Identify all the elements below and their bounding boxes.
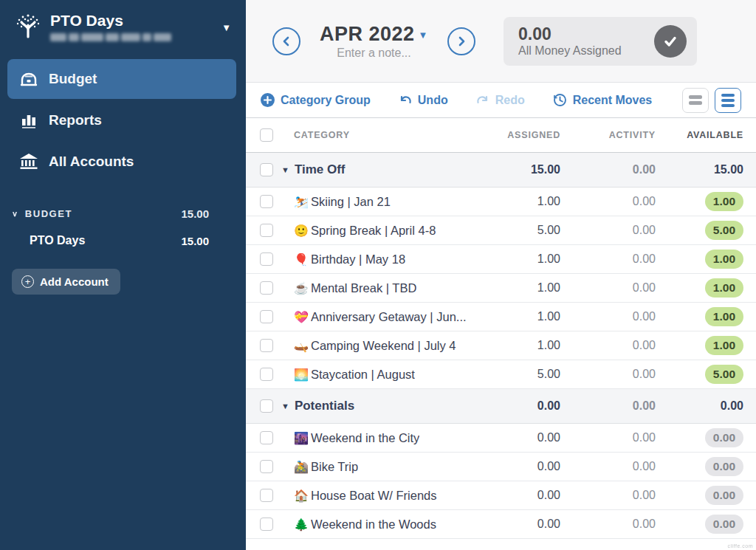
redo-label: Redo [495, 94, 525, 107]
category-emoji: 🏠 [294, 489, 309, 503]
category-row[interactable]: 🎈 Birthday | May 18 1.00 0.00 1.00 [246, 245, 756, 274]
account-name: PTO Days [30, 234, 85, 247]
row-assigned[interactable]: 0.00 [472, 518, 560, 531]
chevron-right-icon [456, 36, 467, 47]
category-group-row[interactable]: ▼ Time Off 15.00 0.00 15.00 [246, 153, 756, 188]
expanded-view-button[interactable] [715, 88, 741, 113]
available-pill[interactable]: 5.00 [705, 221, 743, 240]
chevron-down-icon[interactable]: ▼ [221, 22, 231, 33]
row-checkbox[interactable] [260, 281, 273, 295]
available-pill[interactable]: 0.00 [705, 486, 743, 505]
month-label: APR 2022 [320, 23, 415, 45]
month-note-input[interactable]: Enter a note... [320, 47, 428, 60]
row-checkbox[interactable] [260, 518, 273, 531]
category-name-label: Skiing | Jan 21 [311, 195, 391, 209]
account-item-pto-days[interactable]: PTO Days 15.00 [0, 224, 246, 257]
category-row[interactable]: 🛶 Camping Weekend | July 4 1.00 0.00 1.0… [246, 331, 756, 360]
add-category-group-button[interactable]: Category Group [261, 93, 371, 107]
category-row[interactable]: 🌆 Weekend in the City 0.00 0.00 0.00 [246, 424, 756, 453]
column-available[interactable]: AVAILABLE [656, 130, 743, 140]
budget-accounts-section: ∨ BUDGET 15.00 PTO Days 15.00 + Add Acco… [0, 202, 246, 295]
row-checkbox[interactable] [260, 252, 273, 266]
recent-moves-label: Recent Moves [573, 94, 653, 107]
row-checkbox[interactable] [260, 310, 273, 323]
money-assigned-summary[interactable]: 0.00 All Money Assigned [504, 17, 697, 66]
group-checkbox[interactable] [260, 163, 273, 176]
available-pill[interactable]: 1.00 [705, 336, 743, 355]
table-header: CATEGORY ASSIGNED ACTIVITY AVAILABLE [246, 118, 756, 153]
row-activity: 0.00 [560, 252, 656, 266]
recent-moves-button[interactable]: Recent Moves [553, 93, 653, 107]
category-row[interactable]: 🚵 Bike Trip 0.00 0.00 0.00 [246, 453, 756, 481]
category-row[interactable]: 🌅 Staycation | August 5.00 0.00 5.00 [246, 360, 756, 389]
row-assigned[interactable]: 5.00 [472, 368, 560, 381]
available-pill[interactable]: 1.00 [705, 192, 743, 211]
row-checkbox[interactable] [260, 224, 273, 237]
row-assigned[interactable]: 0.00 [472, 489, 560, 502]
category-row[interactable]: 🏠 House Boat W/ Friends 0.00 0.00 0.00 [246, 481, 756, 510]
budget-section-total: 15.00 [181, 207, 209, 220]
row-activity: 0.00 [560, 195, 656, 208]
row-checkbox[interactable] [260, 489, 273, 502]
available-pill[interactable]: 1.00 [705, 278, 743, 298]
collapse-triangle-icon[interactable]: ▼ [281, 402, 289, 410]
budget-section-label: BUDGET [25, 208, 73, 219]
category-group-row[interactable]: ▼ Potentials 0.00 0.00 0.00 [246, 389, 756, 424]
redo-button[interactable]: Redo [476, 94, 525, 107]
next-month-button[interactable] [447, 27, 475, 55]
available-pill[interactable]: 1.00 [705, 307, 743, 326]
row-checkbox[interactable] [260, 195, 273, 208]
select-all-checkbox[interactable] [260, 128, 273, 142]
available-pill[interactable]: 0.00 [705, 428, 743, 447]
available-pill[interactable]: 1.00 [705, 250, 743, 269]
sidebar-item-reports[interactable]: Reports [7, 100, 236, 140]
row-assigned[interactable]: 1.00 [472, 281, 560, 295]
row-assigned[interactable]: 0.00 [472, 431, 560, 444]
row-activity: 0.00 [560, 310, 656, 323]
budget-icon [19, 69, 38, 89]
row-assigned[interactable]: 1.00 [472, 310, 560, 323]
previous-month-button[interactable] [272, 27, 300, 55]
column-assigned[interactable]: ASSIGNED [472, 130, 560, 140]
category-row[interactable]: 🌲 Weekend in the Woods 0.00 0.00 0.00 [246, 510, 756, 539]
month-selector[interactable]: APR 2022▼ Enter a note... [320, 23, 428, 60]
sidebar-item-budget[interactable]: Budget [7, 59, 236, 99]
group-checkbox[interactable] [260, 399, 273, 413]
budget-toolbar: Category Group Undo Redo Recent Moves [246, 83, 756, 118]
category-row[interactable]: 🙂 Spring Break | April 4-8 5.00 0.00 5.0… [246, 216, 756, 245]
row-checkbox[interactable] [260, 431, 273, 444]
available-pill[interactable]: 5.00 [705, 365, 743, 384]
category-row[interactable]: ☕ Mental Break | TBD 1.00 0.00 1.00 [246, 274, 756, 303]
available-pill[interactable]: 0.00 [705, 515, 743, 534]
row-assigned[interactable]: 1.00 [472, 195, 560, 208]
row-assigned[interactable]: 1.00 [472, 252, 560, 266]
budget-section-header[interactable]: ∨ BUDGET 15.00 [0, 202, 246, 224]
add-account-button[interactable]: + Add Account [12, 269, 120, 295]
group-name: Potentials [295, 399, 354, 413]
undo-icon [399, 94, 412, 107]
undo-button[interactable]: Undo [399, 94, 448, 107]
group-assigned[interactable]: 15.00 [472, 163, 560, 176]
row-assigned[interactable]: 5.00 [472, 224, 560, 237]
category-emoji: 💝 [294, 310, 309, 324]
collapsed-view-button[interactable] [682, 88, 709, 113]
chevron-left-icon [281, 36, 292, 47]
row-checkbox[interactable] [260, 460, 273, 473]
budget-switcher[interactable]: PTO Days ▼ [0, 0, 246, 52]
row-assigned[interactable]: 0.00 [472, 460, 560, 473]
category-row[interactable]: ⛷️ Skiing | Jan 21 1.00 0.00 1.00 [246, 188, 756, 216]
row-assigned[interactable]: 1.00 [472, 339, 560, 352]
available-pill[interactable]: 0.00 [705, 457, 743, 476]
group-assigned[interactable]: 0.00 [472, 399, 560, 413]
column-category[interactable]: CATEGORY [280, 130, 472, 140]
category-row[interactable]: 💝 Anniversary Getaway | Jun... 1.00 0.00… [246, 303, 756, 331]
group-available: 15.00 [656, 163, 743, 176]
row-activity: 0.00 [560, 224, 656, 237]
row-checkbox[interactable] [260, 339, 273, 352]
collapse-triangle-icon[interactable]: ▼ [281, 165, 289, 174]
sidebar-item-all-accounts[interactable]: All Accounts [7, 142, 236, 182]
group-activity: 0.00 [560, 399, 656, 413]
column-activity[interactable]: ACTIVITY [560, 130, 656, 140]
bank-icon [19, 152, 38, 171]
row-checkbox[interactable] [260, 368, 273, 381]
